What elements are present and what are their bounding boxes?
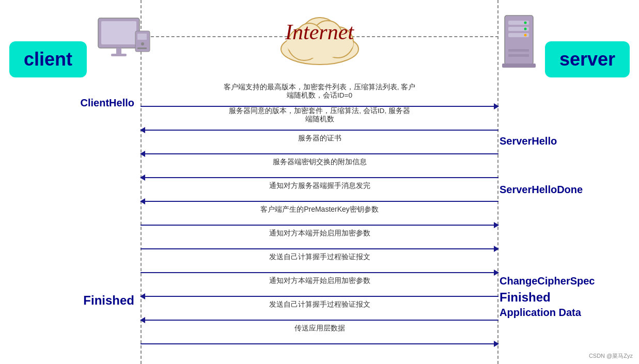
message-row: 服务器同意的版本，加密套件，压缩算法, 会话ID, 服务器 端随机数 (141, 109, 498, 133)
message-row: 服务器的证书 (141, 133, 498, 156)
message-arrow (141, 343, 498, 344)
application-data-label: Application Data (500, 307, 629, 319)
message-text: 客户端产生的PreMasterKey密钥参数 (141, 205, 498, 214)
finished-client-label: Finished (10, 293, 134, 308)
message-row: 服务器端密钥交换的附加信息 (141, 156, 498, 180)
svg-point-6 (141, 42, 144, 45)
svg-rect-15 (508, 49, 529, 52)
message-text: 通知对方本端开始启用加密参数 (141, 229, 498, 238)
message-arrow (141, 201, 498, 202)
change-cipher-spec-label: ChangeCipherSpec (500, 275, 629, 287)
server-hello-done-label: ServerHelloDone (500, 184, 629, 196)
message-text: 通知对方本端开始启用加密参数 (141, 276, 498, 285)
message-text: 传送应用层数据 (141, 324, 498, 333)
internet-cloud: Internet (263, 5, 377, 67)
message-row: 传送应用层数据 (141, 323, 498, 346)
svg-rect-2 (116, 48, 121, 54)
message-row: 通知对方本端开始启用加密参数 (141, 228, 498, 251)
client-computer-icon (93, 15, 155, 67)
message-arrow (141, 177, 498, 178)
message-text: 服务器的证书 (141, 134, 498, 143)
server-computer-icon (497, 13, 543, 70)
message-arrow (141, 320, 498, 321)
message-arrow (141, 272, 498, 273)
message-text: 通知对方服务器端握手消息发完 (141, 181, 498, 190)
message-arrow (141, 130, 498, 131)
message-row: 通知对方服务器端握手消息发完 (141, 180, 498, 204)
message-row: 客户端产生的PreMasterKey密钥参数 (141, 204, 498, 228)
svg-rect-3 (111, 54, 127, 56)
server-hello-label: ServerHello (500, 135, 629, 147)
finished-server-label: Finished (500, 290, 629, 305)
svg-point-13 (524, 28, 527, 30)
message-row: 通知对方本端开始启用加密参数 (141, 275, 498, 299)
internet-label: Internet (285, 20, 354, 44)
svg-point-12 (524, 22, 527, 24)
svg-rect-7 (137, 48, 147, 49)
server-label: server (559, 49, 615, 70)
messages-area: 客户端支持的最高版本，加密套件列表，压缩算法列表, 客户 端随机数，会话ID=0… (141, 85, 498, 346)
message-text: 服务器端密钥交换的附加信息 (141, 157, 498, 166)
svg-rect-17 (502, 64, 536, 68)
message-text: 发送自己计算握手过程验证报文 (141, 300, 498, 309)
client-box: client (9, 41, 87, 77)
message-row: 发送自己计算握手过程验证报文 (141, 299, 498, 323)
message-arrow (141, 153, 498, 154)
client-label: client (24, 49, 72, 70)
server-box: server (545, 41, 630, 77)
message-arrow (141, 248, 498, 249)
svg-rect-16 (508, 54, 529, 57)
svg-rect-1 (101, 21, 136, 44)
message-row: 发送自己计算握手过程验证报文 (141, 251, 498, 275)
message-arrow (141, 296, 498, 297)
message-text: 发送自己计算握手过程验证报文 (141, 252, 498, 261)
diagram: client server (0, 0, 639, 364)
message-text: 客户端支持的最高版本，加密套件列表，压缩算法列表, 客户 端随机数，会话ID=0 (141, 83, 498, 100)
svg-point-14 (524, 34, 527, 37)
message-text: 服务器同意的版本，加密套件，压缩算法, 会话ID, 服务器 端随机数 (141, 107, 498, 123)
svg-rect-5 (137, 34, 147, 40)
client-hello-label: ClientHello (10, 97, 134, 109)
message-arrow (141, 225, 498, 226)
message-row: 客户端支持的最高版本，加密套件列表，压缩算法列表, 客户 端随机数，会话ID=0 (141, 85, 498, 109)
watermark: CSDN @菜马Zyz (589, 352, 633, 360)
